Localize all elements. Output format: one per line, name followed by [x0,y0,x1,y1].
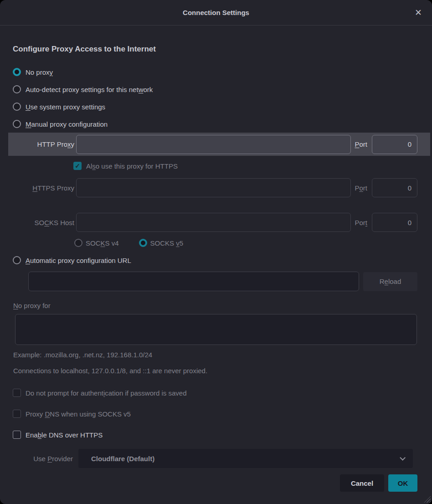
also-https-checkbox-row[interactable]: ✓ Also use this proxy for HTTPS [0,156,432,176]
no-proxy-for-label: No proxy for [13,301,432,310]
checkbox-label: Do not prompt for authentication if pass… [26,389,187,397]
checkbox-enable-doh[interactable]: Enable DNS over HTTPS [0,426,432,443]
use-provider-label: Use Provider [13,455,73,463]
https-port-input[interactable] [372,178,417,197]
socks-host-input[interactable] [76,213,351,232]
https-proxy-row: HTTPS Proxy Port [0,176,432,200]
socks-host-label: SOCKS Host [13,219,74,226]
radio-label: Automatic proxy configuration URL [26,257,131,264]
ok-button[interactable]: OK [388,474,417,492]
checkbox-icon[interactable] [13,410,21,418]
radio-manual-config[interactable]: Manual proxy configuration [0,115,432,133]
radio-button-icon[interactable] [74,239,82,247]
checkbox-label: Also use this proxy for HTTPS [86,162,178,170]
https-proxy-label: HTTPS Proxy [13,184,74,192]
check-icon: ✓ [75,163,80,169]
checkbox-label: Proxy DNS when using SOCKS v5 [26,410,131,418]
checkbox-label: Enable DNS over HTTPS [26,431,103,439]
dialog-titlebar: Connection Settings ✕ [0,0,432,26]
socks-version-group: SOCKS v4 SOCKS v5 [0,234,432,252]
radio-button-icon[interactable] [13,256,21,264]
http-proxy-row: HTTP Proxy Port [8,133,430,156]
checkbox-no-prompt-auth[interactable]: Do not prompt for authentication if pass… [0,384,432,401]
radio-label: No proxy [26,68,53,76]
chevron-down-icon [400,455,406,461]
checkbox-checked-icon[interactable]: ✓ [73,162,82,170]
radio-socks-v4[interactable]: SOCKS v4 [74,239,119,247]
page-title: Configure Proxy Access to the Internet [13,43,417,55]
reload-button[interactable]: Reload [363,272,417,291]
close-icon[interactable]: ✕ [412,6,425,19]
localhost-note-text: Connections to localhost, 127.0.0.1/8, a… [13,366,417,375]
radio-autoconfig-url[interactable]: Automatic proxy configuration URL [0,252,432,269]
radio-use-system[interactable]: Use system proxy settings [0,98,432,115]
radio-button-icon[interactable] [13,85,21,93]
radio-no-proxy[interactable]: No proxy [0,63,432,81]
socks-host-row: SOCKS Host Port [0,211,432,234]
radio-label: Use system proxy settings [26,103,105,111]
socks-port-label: Port [355,219,367,226]
radio-button-icon[interactable] [139,239,147,247]
radio-auto-detect[interactable]: Auto-detect proxy settings for this netw… [0,81,432,98]
socks-port-input[interactable] [372,213,417,232]
connection-settings-dialog: Connection Settings ✕ Configure Proxy Ac… [0,0,432,504]
autoconfig-url-row: Reload [0,272,432,291]
provider-dropdown[interactable]: Cloudflare (Default) [78,449,413,468]
doh-provider-row: Use Provider Cloudflare (Default) [0,449,432,468]
radio-button-icon[interactable] [13,120,21,128]
no-proxy-for-textarea[interactable] [15,314,417,345]
checkbox-icon[interactable] [13,389,21,397]
no-proxy-example-text: Example: .mozilla.org, .net.nz, 192.168.… [13,350,417,359]
radio-label: Manual proxy configuration [26,120,108,128]
options-group: Do not prompt for authentication if pass… [0,384,432,443]
https-proxy-input[interactable] [76,178,351,197]
dialog-title: Connection Settings [183,9,249,16]
radio-button-icon[interactable] [13,68,21,76]
provider-selected-value: Cloudflare (Default) [91,455,400,463]
autoconfig-url-input[interactable] [28,272,359,291]
resize-grip-icon[interactable] [422,494,431,503]
checkbox-icon[interactable] [13,431,21,439]
radio-label: SOCKS v5 [150,239,184,247]
radio-label: SOCKS v4 [86,239,119,247]
http-proxy-input[interactable] [76,135,351,154]
radio-socks-v5[interactable]: SOCKS v5 [139,239,184,247]
cancel-button[interactable]: Cancel [340,474,384,492]
checkbox-proxy-dns-socks5[interactable]: Proxy DNS when using SOCKS v5 [0,405,432,422]
https-port-label: Port [355,184,367,192]
http-port-label: Port [355,140,367,148]
dialog-footer: Cancel OK [0,474,432,492]
proxy-mode-group: No proxy Auto-detect proxy settings for … [0,63,432,133]
radio-button-icon[interactable] [13,103,21,111]
http-proxy-label: HTTP Proxy [13,140,74,148]
radio-label: Auto-detect proxy settings for this netw… [26,86,153,93]
http-port-input[interactable] [372,135,417,154]
